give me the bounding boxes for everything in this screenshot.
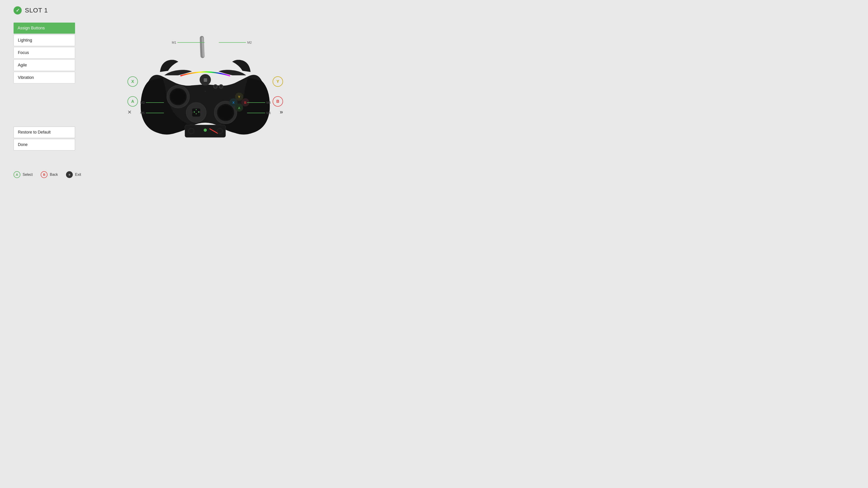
svg-point-28: [214, 85, 217, 88]
svg-text:Y: Y: [238, 95, 240, 99]
x-button-circle[interactable]: X: [127, 76, 138, 87]
m6-label-group: M6: [247, 111, 271, 115]
m5-line: [146, 113, 164, 113]
m1-label-group: M1: [172, 41, 205, 44]
y-button-circle[interactable]: Y: [273, 76, 283, 87]
b-button-circle[interactable]: B: [273, 96, 283, 107]
footer-a-button: A: [13, 171, 20, 178]
svg-text:◀: ◀: [193, 111, 195, 113]
sidebar-bottom: Restore to Default Done: [13, 127, 75, 151]
page: SLOT 1 Assign Buttons Lighting Focus Agi…: [0, 0, 329, 184]
m4-label: M4: [267, 101, 271, 104]
sidebar-item-assign-buttons[interactable]: Assign Buttons: [13, 23, 75, 34]
sidebar-item-lighting[interactable]: Lighting: [13, 35, 75, 46]
svg-point-6: [171, 90, 185, 104]
svg-text:▲: ▲: [195, 108, 197, 110]
m1-line: [178, 42, 205, 43]
footer-back-label: Back: [50, 173, 58, 177]
svg-text:▶: ▶: [198, 111, 200, 113]
m6-line: [247, 113, 265, 113]
svg-point-33: [204, 129, 207, 132]
svg-point-35: [218, 129, 222, 133]
a-button-circle[interactable]: A: [127, 96, 138, 107]
footer-exit: ≡ Exit: [66, 171, 81, 178]
m5-label-group: M5: [140, 111, 164, 115]
controller-area: ⊞ ✦ ▲ ▼ ◀: [86, 18, 324, 166]
footer-select-label: Select: [23, 173, 33, 177]
m3-line: [146, 102, 164, 103]
controller-image: ⊞ ✦ ▲ ▼ ◀: [135, 36, 275, 149]
svg-point-32: [189, 129, 193, 133]
footer: A Select B Back ≡ Exit: [13, 171, 81, 178]
footer-back: B Back: [41, 171, 58, 178]
svg-text:✦: ✦: [204, 90, 206, 93]
m4-label-group: M4: [247, 101, 271, 104]
m4-line: [247, 102, 265, 103]
svg-text:X: X: [232, 101, 235, 104]
svg-text:A: A: [238, 106, 240, 110]
m2-label: M2: [247, 41, 252, 44]
svg-text:B: B: [244, 101, 246, 104]
svg-text:⊞: ⊞: [204, 77, 207, 83]
footer-b-button: B: [41, 171, 48, 178]
done-button[interactable]: Done: [13, 139, 75, 151]
svg-text:▼: ▼: [195, 113, 197, 115]
sidebar-menu: Assign Buttons Lighting Focus Agile Vibr…: [13, 23, 75, 84]
m3-label-group: M3: [140, 101, 164, 104]
sidebar-item-vibration[interactable]: Vibration: [13, 72, 75, 84]
slot-check-icon: [13, 6, 22, 14]
cross-icon: ✕: [127, 109, 131, 115]
m2-line: [219, 42, 246, 43]
header: SLOT 1: [13, 6, 48, 14]
m3-label: M3: [140, 101, 145, 104]
footer-select: A Select: [13, 171, 33, 178]
sidebar-item-agile[interactable]: Agile: [13, 59, 75, 71]
m2-label-group: M2: [219, 41, 252, 44]
footer-exit-label: Exit: [75, 173, 81, 177]
svg-point-9: [218, 105, 233, 120]
controller-wrapper: ⊞ ✦ ▲ ▼ ◀: [122, 27, 289, 158]
slot-title: SLOT 1: [25, 7, 48, 14]
sidebar-item-focus[interactable]: Focus: [13, 47, 75, 59]
restore-default-button[interactable]: Restore to Default: [13, 127, 75, 138]
footer-menu-button: ≡: [66, 171, 73, 178]
chevron-right-icon: »: [280, 108, 283, 116]
svg-point-29: [220, 85, 222, 88]
m5-label: M5: [140, 111, 145, 115]
m1-label: M1: [172, 41, 176, 44]
m6-label: M6: [267, 111, 271, 115]
